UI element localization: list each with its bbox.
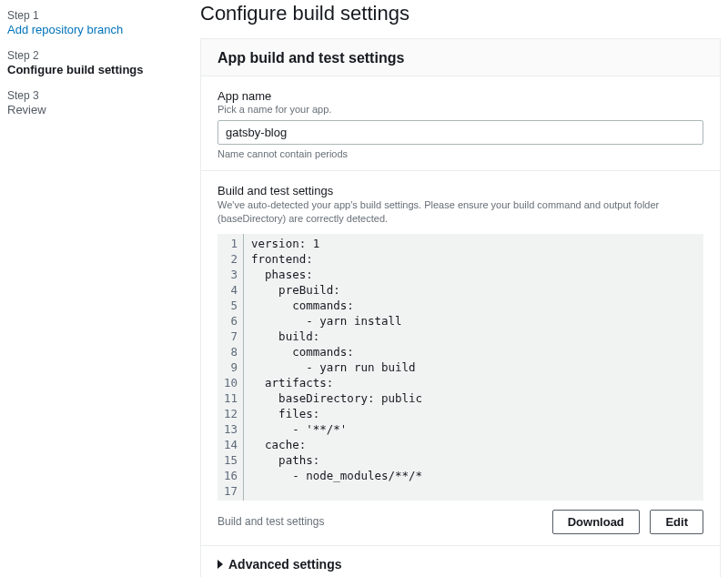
app-name-hint: Pick a name for your app. xyxy=(217,104,703,115)
step-1[interactable]: Step 1 Add repository branch xyxy=(7,9,182,36)
edit-button[interactable]: Edit xyxy=(650,510,703,534)
step-3-label: Review xyxy=(7,103,182,116)
wizard-steps-sidebar: Step 1 Add repository branch Step 2 Conf… xyxy=(0,0,182,577)
build-settings-label: Build and test settings xyxy=(217,184,703,197)
advanced-settings-label: Advanced settings xyxy=(228,557,341,572)
chevron-right-icon xyxy=(217,560,223,569)
build-settings-panel: App build and test settings App name Pic… xyxy=(200,38,721,577)
step-2-label: Configure build settings xyxy=(7,63,182,76)
step-2: Step 2 Configure build settings xyxy=(7,49,182,76)
build-settings-hint: We've auto-detected your app's build set… xyxy=(217,198,703,227)
step-1-num: Step 1 xyxy=(7,9,182,22)
app-name-error: Name cannot contain periods xyxy=(217,148,703,159)
page-title: Configure build settings xyxy=(200,2,721,25)
build-settings-footer-label: Build and test settings xyxy=(217,515,324,528)
app-name-section: App name Pick a name for your app. Name … xyxy=(201,76,720,171)
step-1-label: Add repository branch xyxy=(7,23,182,36)
step-2-num: Step 2 xyxy=(7,49,182,62)
yaml-editor[interactable]: 1234567891011121314151617 version: 1fron… xyxy=(217,234,703,501)
step-3: Step 3 Review xyxy=(7,89,182,116)
panel-header: App build and test settings xyxy=(201,39,720,76)
app-name-input[interactable] xyxy=(217,120,703,145)
app-name-label: App name xyxy=(217,89,703,103)
download-button[interactable]: Download xyxy=(552,510,640,534)
build-test-section: Build and test settings We've auto-detec… xyxy=(201,171,720,546)
editor-gutter: 1234567891011121314151617 xyxy=(217,234,243,501)
main-content: Configure build settings App build and t… xyxy=(182,0,728,577)
advanced-settings-expander[interactable]: Advanced settings xyxy=(201,546,720,577)
step-3-num: Step 3 xyxy=(7,89,182,102)
panel-title: App build and test settings xyxy=(217,50,703,66)
editor-code: version: 1frontend: phases: preBuild: co… xyxy=(243,234,703,501)
